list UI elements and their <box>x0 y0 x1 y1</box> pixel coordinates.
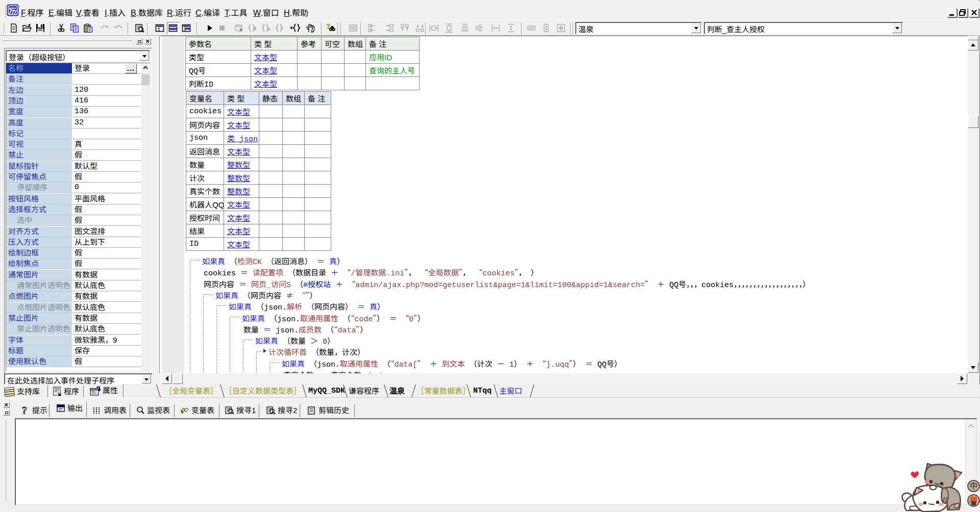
svg-text:?: ? <box>22 405 27 416</box>
